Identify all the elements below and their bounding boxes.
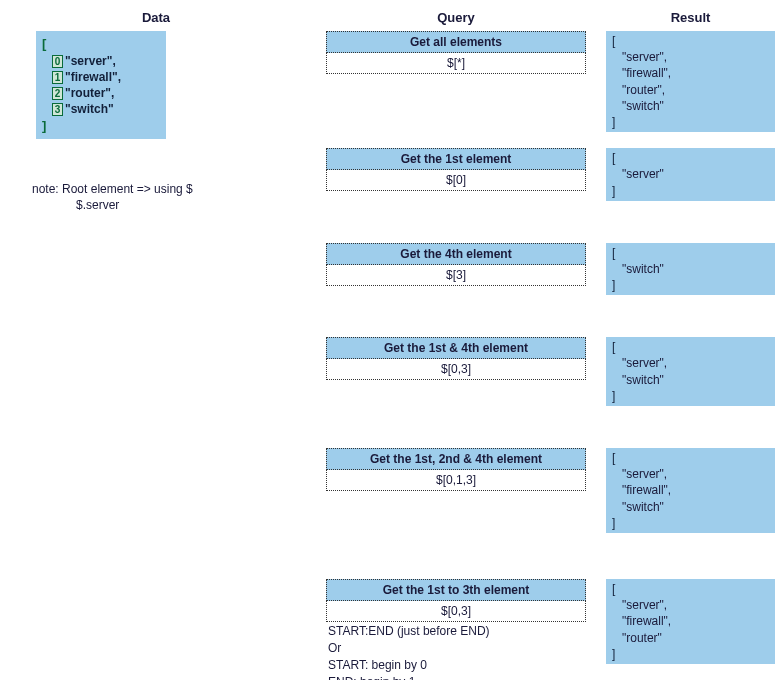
result-item: "server", [612,466,769,482]
data-json-box: [0"server",1"firewall",2"router",3"switc… [36,31,166,139]
result-json-box: ["server","firewall","router"] [606,579,775,664]
header-query: Query [326,6,586,31]
query-expression: $[*] [326,53,586,74]
gap [326,74,586,124]
data-item: 2"router", [42,85,160,101]
query-block: Get the 1st & 4th element$[0,3] [326,337,586,406]
result-json-box: ["server","switch"] [606,337,775,406]
query-title: Get all elements [326,31,586,53]
query-title: Get the 4th element [326,243,586,265]
gap [326,138,586,148]
result-item: "router", [612,82,769,98]
note-line1: note: Root element => using $ [32,181,306,197]
data-index: 3 [52,103,63,116]
gap [326,539,586,579]
gap [606,539,775,579]
gap [606,301,775,337]
bracket-open: [ [612,245,769,261]
result-item: "firewall", [612,65,769,81]
query-expression: $[0,3] [326,359,586,380]
result-json-box: ["switch"] [606,243,775,296]
query-expression: $[0,3] [326,601,586,622]
query-title: Get the 1st, 2nd & 4th element [326,448,586,470]
note-line2: $.server [32,197,306,213]
query-title: Get the 1st & 4th element [326,337,586,359]
data-value: "firewall", [65,70,121,84]
bracket-close: ] [612,515,769,531]
data-index: 0 [52,55,63,68]
data-value: "router", [65,86,114,100]
data-item: 3"switch" [42,101,160,117]
result-item: "router" [612,630,769,646]
result-block: ["switch"] [606,243,775,296]
result-block: ["server","firewall","router","switch"] [606,31,775,132]
bracket-open: [ [612,339,769,355]
data-value: "switch" [65,102,114,116]
query-block: Get the 1st, 2nd & 4th element$[0,1,3] [326,448,586,533]
bracket-close: ] [612,114,769,130]
bracket-open: [ [612,33,769,49]
bracket-open: [ [612,150,769,166]
result-item: "firewall", [612,613,769,629]
gap [606,138,775,148]
result-item: "server", [612,49,769,65]
result-json-box: ["server"] [606,148,775,201]
data-column: [0"server",1"firewall",2"router",3"switc… [6,31,306,680]
result-item: "server", [612,597,769,613]
query-block: Get the 1st to 3th element$[0,3]START:EN… [326,579,586,680]
query-note: END: begin by 1 [328,675,586,680]
gap [606,207,775,243]
header-data: Data [6,6,306,31]
gap [326,301,586,337]
result-item: "server", [612,355,769,371]
bracket-close: ] [612,277,769,293]
result-item: "server" [612,166,769,182]
bracket-open: [ [612,581,769,597]
result-block: ["server"] [606,148,775,201]
result-item: "switch" [612,261,769,277]
query-block: Get the 4th element$[3] [326,243,586,296]
query-block: Get the 1st element$[0] [326,148,586,201]
result-item: "switch" [612,372,769,388]
data-item: 1"firewall", [42,69,160,85]
result-block: ["server","switch"] [606,337,775,406]
query-block: Get all elements$[*] [326,31,586,132]
result-item: "switch" [612,98,769,114]
bracket-open: [ [42,35,160,53]
query-expression: $[0] [326,170,586,191]
query-title: Get the 1st element [326,148,586,170]
bracket-close: ] [42,117,160,135]
data-item: 0"server", [42,53,160,69]
gap [326,412,586,448]
bracket-close: ] [612,183,769,199]
gap [326,207,586,243]
query-note: START:END (just before END) [328,624,586,639]
result-item: "firewall", [612,482,769,498]
bracket-close: ] [612,388,769,404]
bracket-close: ] [612,646,769,662]
root-note: note: Root element => using $$.server [32,181,306,213]
bracket-open: [ [612,450,769,466]
data-index: 1 [52,71,63,84]
query-expression: $[0,1,3] [326,470,586,491]
query-expression: $[3] [326,265,586,286]
result-block: ["server","firewall","router"] [606,579,775,680]
header-result: Result [606,6,775,31]
data-index: 2 [52,87,63,100]
query-note: Or [328,641,586,656]
query-title: Get the 1st to 3th element [326,579,586,601]
gap [606,412,775,448]
result-json-box: ["server","firewall","switch"] [606,448,775,533]
query-note: START: begin by 0 [328,658,586,673]
data-value: "server", [65,54,116,68]
result-block: ["server","firewall","switch"] [606,448,775,533]
result-json-box: ["server","firewall","router","switch"] [606,31,775,132]
result-item: "switch" [612,499,769,515]
